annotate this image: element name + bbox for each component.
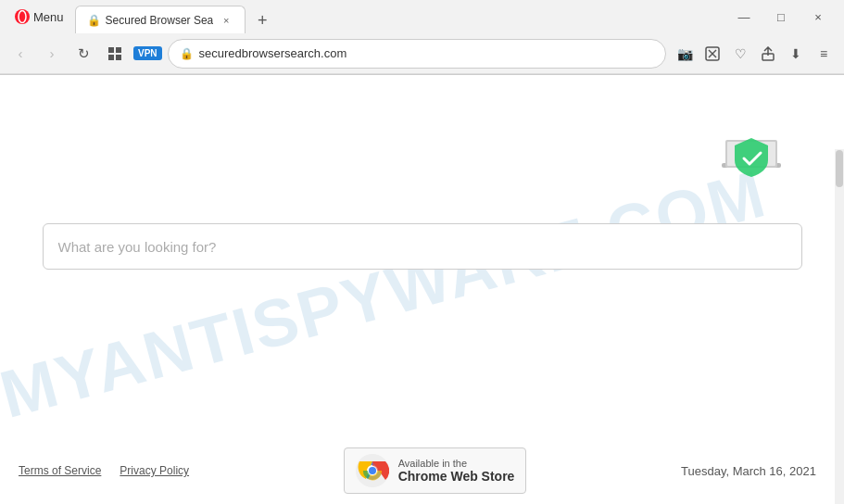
- search-area: [0, 195, 844, 270]
- tabs-area: 🔒 Secured Browser Sea × +: [71, 0, 725, 33]
- grid-icon: [108, 47, 121, 60]
- store-name: Chrome Web Store: [398, 469, 515, 484]
- svg-rect-4: [108, 55, 114, 60]
- chrome-icon: [356, 454, 389, 487]
- chrome-store-text: Available in the Chrome Web Store: [398, 458, 515, 484]
- back-button[interactable]: ‹: [7, 41, 33, 67]
- shield-xmark-icon: [705, 46, 720, 61]
- logo-area: [0, 75, 844, 195]
- reload-button[interactable]: ↻: [70, 41, 96, 67]
- url-bar[interactable]: 🔒 securedbrowsersearch.com: [168, 39, 666, 69]
- new-tab-button[interactable]: +: [249, 7, 275, 33]
- title-bar: Menu 🔒 Secured Browser Sea × + — □ ×: [0, 0, 844, 33]
- opera-menu-button[interactable]: Menu: [7, 6, 71, 28]
- tab-close-button[interactable]: ×: [219, 13, 233, 28]
- svg-point-1: [19, 11, 26, 23]
- opera-logo-icon: [15, 9, 30, 24]
- download-button[interactable]: ⬇: [783, 41, 809, 67]
- url-text: securedbrowsersearch.com: [199, 46, 654, 60]
- privacy-policy-link[interactable]: Privacy Policy: [120, 464, 189, 477]
- svg-rect-5: [116, 55, 121, 60]
- shield-logo: [714, 121, 788, 195]
- forward-button[interactable]: ›: [39, 41, 65, 67]
- date-display: Tuesday, March 16, 2021: [681, 464, 816, 478]
- address-bar: ‹ › ↻ VPN 🔒 securedbrowsersearch.com 📷: [0, 33, 844, 74]
- secured-browser-logo-icon: [714, 121, 788, 195]
- footer: Terms of Service Privacy Policy: [0, 436, 835, 504]
- shield-button[interactable]: [699, 41, 725, 67]
- heart-button[interactable]: ♡: [727, 41, 753, 67]
- vpn-badge[interactable]: VPN: [133, 46, 162, 60]
- lock-icon: 🔒: [180, 47, 194, 60]
- available-text: Available in the: [398, 458, 515, 469]
- maximize-button[interactable]: □: [762, 0, 800, 33]
- svg-rect-3: [116, 47, 121, 53]
- share-button[interactable]: [755, 41, 781, 67]
- close-window-button[interactable]: ×: [800, 0, 837, 33]
- page-content: MYANTISPYWARE.COM Terms of Service Priva…: [0, 75, 844, 504]
- terms-of-service-link[interactable]: Terms of Service: [19, 464, 101, 477]
- share-icon: [761, 46, 775, 61]
- extensions-button[interactable]: ≡: [811, 41, 837, 67]
- minimize-button[interactable]: —: [725, 0, 762, 33]
- tab-title: Secured Browser Sea: [106, 14, 214, 27]
- chrome-web-store-badge[interactable]: Available in the Chrome Web Store: [344, 447, 527, 494]
- browser-chrome: Menu 🔒 Secured Browser Sea × + — □ × ‹ ›…: [0, 0, 844, 75]
- window-controls: — □ ×: [725, 0, 837, 33]
- camera-button[interactable]: 📷: [672, 41, 698, 67]
- grid-button[interactable]: [102, 41, 128, 67]
- tab-favicon-icon: 🔒: [87, 14, 100, 27]
- toolbar-actions: 📷 ♡ ⬇ ≡: [672, 41, 837, 67]
- svg-point-18: [369, 467, 376, 474]
- search-input[interactable]: [43, 223, 802, 270]
- menu-label: Menu: [33, 10, 64, 24]
- footer-links: Terms of Service Privacy Policy: [19, 464, 189, 477]
- active-tab[interactable]: 🔒 Secured Browser Sea ×: [75, 6, 246, 33]
- svg-rect-2: [108, 47, 114, 53]
